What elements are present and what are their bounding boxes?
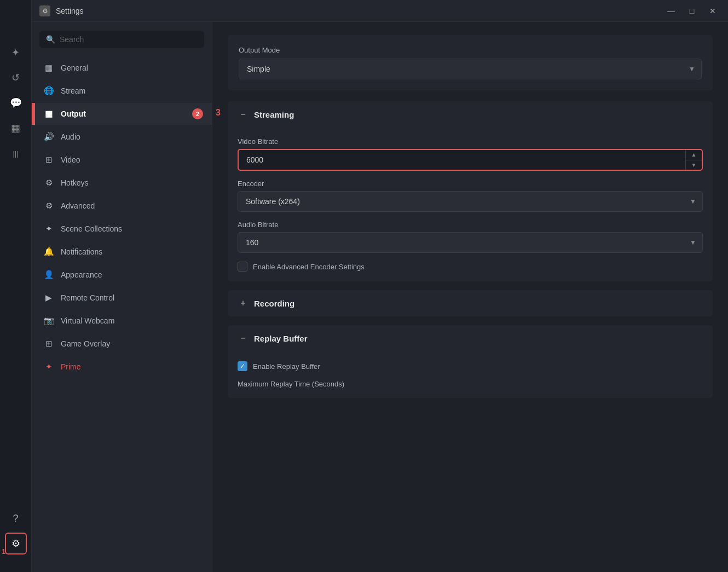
nav-label-audio: Audio <box>61 132 80 141</box>
sidebar-icon-2[interactable]: ↺ <box>5 67 27 89</box>
nav-label-virtual-webcam: Virtual Webcam <box>61 316 114 325</box>
audio-bitrate-select[interactable]: 96 128 160 192 256 320 <box>238 232 703 253</box>
nav-label-appearance: Appearance <box>61 270 102 279</box>
video-bitrate-input[interactable] <box>239 150 702 170</box>
streaming-body: Video Bitrate ▲ ▼ Encoder <box>228 128 713 281</box>
output-mode-wrapper: Simple Advanced ▼ <box>239 59 702 79</box>
close-button[interactable]: ✕ <box>705 3 720 19</box>
search-icon: 🔍 <box>46 35 55 44</box>
window-controls: — □ ✕ <box>663 3 720 19</box>
enable-replay-buffer-row: Enable Replay Buffer <box>238 361 703 371</box>
prime-icon: ✦ <box>43 361 54 372</box>
nav-label-output: Output <box>61 109 86 118</box>
recording-header[interactable]: + Recording <box>228 290 713 316</box>
audio-icon: 🔊 <box>43 131 54 142</box>
replay-buffer-title: Replay Buffer <box>254 334 308 343</box>
video-bitrate-label: Video Bitrate <box>238 137 703 146</box>
nav-label-notifications: Notifications <box>61 247 102 256</box>
encoder-row: Encoder Software (x264) Hardware (NVENC)… <box>238 180 703 212</box>
spinbox-arrows: ▲ ▼ <box>685 150 702 170</box>
nav-label-game-overlay: Game Overlay <box>61 339 110 348</box>
encoder-select[interactable]: Software (x264) Hardware (NVENC) Hardwar… <box>238 191 703 212</box>
main-window: ⚙ Settings — □ ✕ 🔍 ▦ General 🌐 Stream <box>32 0 728 572</box>
title-bar: ⚙ Settings — □ ✕ <box>32 0 728 22</box>
advanced-encoder-checkbox[interactable] <box>238 262 247 271</box>
streaming-collapse-icon: − <box>238 109 249 120</box>
nav-sidebar: 🔍 ▦ General 🌐 Stream ▦ Output 2 🔊 Audio <box>32 22 212 572</box>
spin-down-arrow[interactable]: ▼ <box>686 160 702 170</box>
recording-section: + Recording <box>228 290 713 316</box>
replay-buffer-section: − Replay Buffer Enable Replay Buffer Max… <box>228 325 713 398</box>
streaming-header[interactable]: − Streaming <box>228 101 713 128</box>
nav-item-general[interactable]: ▦ General <box>32 57 212 79</box>
replay-buffer-header[interactable]: − Replay Buffer <box>228 325 713 351</box>
game-overlay-icon: ⊞ <box>43 338 54 349</box>
advanced-encoder-label: Enable Advanced Encoder Settings <box>253 263 365 271</box>
remote-control-icon: ▶ <box>43 292 54 303</box>
max-replay-time-label: Maximum Replay Time (Seconds) <box>238 380 703 388</box>
output-mode-label: Output Mode <box>239 46 702 54</box>
encoder-label: Encoder <box>238 180 703 188</box>
streaming-title: Streaming <box>254 110 294 119</box>
nav-item-hotkeys[interactable]: ⚙ Hotkeys <box>32 172 212 194</box>
general-icon: ▦ <box>43 62 54 73</box>
sidebar-icon-3[interactable]: 💬 <box>5 92 27 114</box>
search-container: 🔍 <box>32 31 212 56</box>
sidebar-icon-4[interactable]: ▦ <box>5 117 27 139</box>
nav-item-advanced[interactable]: ⚙ Advanced <box>32 195 212 217</box>
enable-replay-buffer-checkbox[interactable] <box>238 361 247 371</box>
nav-item-notifications[interactable]: 🔔 Notifications <box>32 241 212 263</box>
annotation-3: 3 <box>216 108 221 118</box>
nav-item-audio[interactable]: 🔊 Audio <box>32 126 212 148</box>
nav-item-video[interactable]: ⊞ Video <box>32 149 212 171</box>
notifications-icon: 🔔 <box>43 246 54 257</box>
advanced-icon: ⚙ <box>43 200 54 211</box>
encoder-wrapper: Software (x264) Hardware (NVENC) Hardwar… <box>238 191 703 212</box>
nav-item-appearance[interactable]: 👤 Appearance <box>32 264 212 286</box>
search-wrapper: 🔍 <box>39 31 204 48</box>
window-title: Settings <box>56 7 658 15</box>
virtual-webcam-icon: 📷 <box>43 315 54 326</box>
output-mode-section: Output Mode Simple Advanced ▼ <box>228 35 713 90</box>
audio-bitrate-row: Audio Bitrate 96 128 160 192 256 320 ▼ <box>238 221 703 253</box>
replay-buffer-body: Enable Replay Buffer Maximum Replay Time… <box>228 351 713 398</box>
maximize-button[interactable]: □ <box>684 3 700 19</box>
scene-collections-icon: ✦ <box>43 223 54 234</box>
output-mode-select[interactable]: Simple Advanced <box>239 59 702 79</box>
nav-label-stream: Stream <box>61 86 85 95</box>
minimize-button[interactable]: — <box>663 3 679 19</box>
recording-title: Recording <box>254 299 294 308</box>
video-bitrate-row: Video Bitrate ▲ ▼ <box>238 137 703 171</box>
left-icon-sidebar: ✦ ↺ 💬 ▦ ||| ? ⚙ 1 <box>0 0 32 572</box>
nav-label-remote-control: Remote Control <box>61 293 114 302</box>
nav-item-remote-control[interactable]: ▶ Remote Control <box>32 287 212 309</box>
spin-up-arrow[interactable]: ▲ <box>686 150 702 160</box>
advanced-encoder-row: Enable Advanced Encoder Settings <box>238 262 703 271</box>
nav-label-hotkeys: Hotkeys <box>61 178 89 187</box>
recording-collapse-icon: + <box>238 298 249 309</box>
settings-content: Output Mode Simple Advanced ▼ 3 − Stream… <box>212 22 728 572</box>
audio-bitrate-wrapper: 96 128 160 192 256 320 ▼ <box>238 232 703 253</box>
video-bitrate-input-wrapper: ▲ ▼ <box>238 149 703 171</box>
sidebar-icon-1[interactable]: ✦ <box>5 42 27 63</box>
appearance-icon: 👤 <box>43 269 54 280</box>
sidebar-icon-5[interactable]: ||| <box>5 142 27 164</box>
nav-item-game-overlay[interactable]: ⊞ Game Overlay <box>32 333 212 355</box>
hotkeys-icon: ⚙ <box>43 177 54 188</box>
nav-item-scene-collections[interactable]: ✦ Scene Collections <box>32 218 212 240</box>
stream-icon: 🌐 <box>43 85 54 96</box>
nav-label-video: Video <box>61 155 80 164</box>
nav-label-scene-collections: Scene Collections <box>61 224 122 233</box>
help-icon[interactable]: ? <box>5 507 27 529</box>
nav-item-stream[interactable]: 🌐 Stream <box>32 80 212 102</box>
nav-label-advanced: Advanced <box>61 201 95 210</box>
settings-icon[interactable]: ⚙ <box>5 533 27 554</box>
search-input[interactable] <box>60 35 198 44</box>
max-replay-time-row: Maximum Replay Time (Seconds) <box>238 380 703 388</box>
nav-item-prime[interactable]: ✦ Prime <box>32 356 212 378</box>
nav-label-general: General <box>61 63 88 72</box>
app-icon: ⚙ <box>39 5 50 16</box>
streaming-section: 3 − Streaming Video Bitrate ▲ ▼ <box>228 101 713 281</box>
nav-item-output[interactable]: ▦ Output 2 <box>32 103 212 125</box>
nav-item-virtual-webcam[interactable]: 📷 Virtual Webcam <box>32 310 212 332</box>
